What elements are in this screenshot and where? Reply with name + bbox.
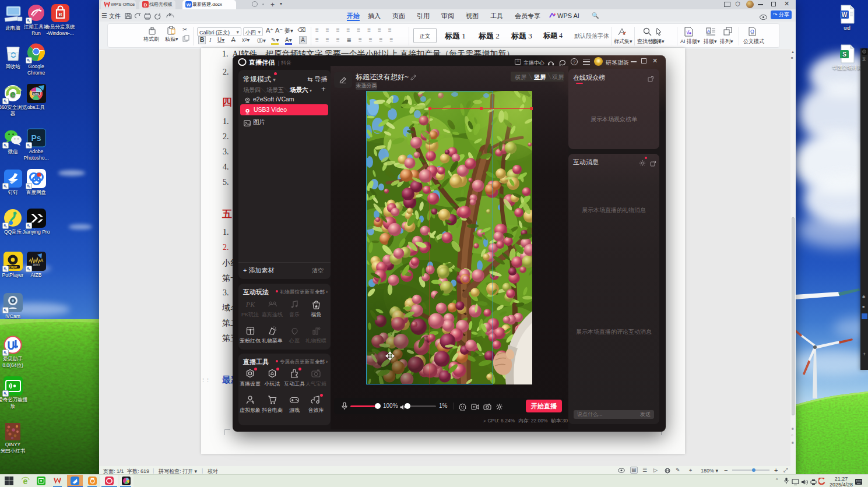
svg-text:e: e: [58, 10, 62, 17]
svg-text:S: S: [842, 51, 846, 58]
svg-text:OBS: OBS: [33, 92, 40, 96]
svg-text:A: A: [707, 29, 711, 34]
svg-text:PK: PK: [245, 301, 255, 309]
svg-text:e: e: [10, 89, 15, 100]
svg-text:W: W: [187, 2, 191, 8]
svg-text:Ps: Ps: [31, 133, 41, 143]
svg-text:AIZB 3: AIZB 3: [33, 264, 40, 266]
svg-text:D: D: [144, 2, 147, 8]
svg-text:W: W: [841, 12, 847, 18]
